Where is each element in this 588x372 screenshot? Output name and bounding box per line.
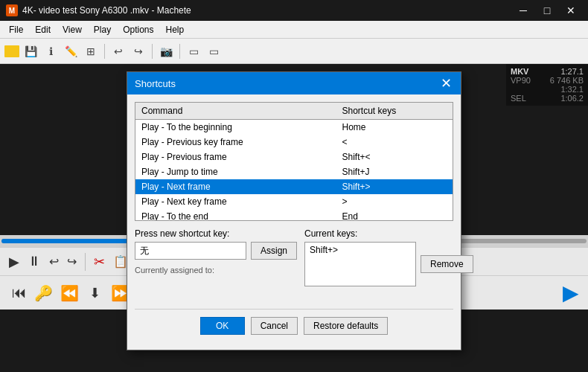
snapshot-button[interactable]: 📷	[157, 42, 175, 60]
edit-button[interactable]: ✏️	[62, 42, 80, 60]
menu-bar: File Edit View Play Options Help	[0, 21, 588, 39]
ok-button[interactable]: OK	[200, 317, 245, 335]
toolbar: 💾 ℹ ✏️ ⊞ ↩ ↪ 📷 ▭ ▭	[0, 39, 588, 64]
shortcuts-table: Command Shortcut keys Play - To the begi…	[135, 103, 453, 221]
dialog-footer: OK Cancel Restore defaults	[135, 309, 453, 342]
title-bar-left: M 4K- video test Sony A6300 .mkv - Mache…	[6, 4, 191, 16]
prev-frame-button[interactable]: ⏪	[57, 283, 82, 304]
shortcut-cell: Shift+J	[336, 164, 453, 179]
cmd-cell: Play - To the beginning	[135, 120, 336, 135]
currently-assigned-value	[135, 275, 297, 304]
current-keys-box: Shift+>	[304, 242, 416, 286]
press-key-label: Press new shortcut key:	[135, 228, 297, 239]
title-bar-controls: ─ □ ✕	[512, 3, 582, 18]
dialog-body: Command Shortcut keys Play - To the begi…	[127, 94, 461, 350]
go-start-button[interactable]: ⏮	[9, 283, 30, 303]
dialog-close-button[interactable]: ✕	[439, 77, 453, 90]
shortcut-cell: Shift+<	[336, 150, 453, 164]
grid-button[interactable]: ⊞	[82, 42, 100, 60]
maximize-button[interactable]: □	[536, 3, 558, 18]
current-keys-label: Current keys:	[304, 228, 473, 239]
menu-view[interactable]: View	[57, 23, 88, 36]
app-icon: M	[6, 4, 18, 16]
shortcut-input[interactable]	[135, 242, 246, 260]
remove-button[interactable]: Remove	[421, 255, 473, 273]
shortcut-cell: Home	[336, 120, 453, 135]
view1-button[interactable]: ▭	[185, 42, 202, 60]
mark-in-button[interactable]: ⬇	[86, 283, 103, 303]
shortcut-cell: >	[336, 194, 453, 209]
main-area: watermark Shortcuts ✕ Command Shortcut k…	[0, 64, 588, 235]
shortcuts-table-wrapper[interactable]: Command Shortcut keys Play - To the begi…	[135, 102, 453, 221]
col-command: Command	[135, 103, 336, 120]
shortcut-cell: Shift+>	[336, 179, 453, 194]
dialog-overlay: Shortcuts ✕ Command Shortcut keys Pl	[0, 64, 588, 235]
table-row[interactable]: Play - Previous frameShift+<	[135, 150, 453, 164]
table-row[interactable]: Play - To the beginningHome	[135, 120, 453, 135]
restore-defaults-button[interactable]: Restore defaults	[304, 317, 388, 335]
window-title: 4K- video test Sony A6300 .mkv - Machete	[22, 5, 191, 16]
toolbar-separator-3	[179, 44, 180, 59]
table-row[interactable]: Play - Next frameShift+>	[135, 179, 453, 194]
cmd-cell: Play - Previous key frame	[135, 135, 336, 150]
save-button[interactable]: 💾	[22, 42, 39, 60]
cancel-button[interactable]: Cancel	[251, 317, 298, 335]
table-row[interactable]: Play - Jump to timeShift+J	[135, 164, 453, 179]
play-button[interactable]: ▶	[563, 280, 579, 305]
edit-tool-4[interactable]: ↪	[64, 253, 80, 270]
dialog-title-text: Shortcuts	[135, 78, 176, 89]
cmd-cell: Play - Next key frame	[135, 194, 336, 209]
press-key-row: Assign	[135, 242, 297, 260]
view2-button[interactable]: ▭	[205, 42, 223, 60]
press-key-group: Press new shortcut key: Assign Currently…	[135, 228, 297, 304]
cmd-cell: Play - Jump to time	[135, 164, 336, 179]
cut-button[interactable]: ✂	[91, 252, 108, 272]
assigned-label: Currently assigned to:	[135, 263, 297, 304]
toolbar-separator-2	[152, 44, 153, 59]
col-shortcut: Shortcut keys	[336, 103, 453, 120]
edit-tool-1[interactable]: ▶	[6, 252, 22, 272]
window-close-button[interactable]: ✕	[560, 3, 582, 18]
cmd-cell: Play - Next frame	[135, 179, 336, 194]
minimize-button[interactable]: ─	[512, 3, 534, 18]
edit-tool-3[interactable]: ↩	[46, 253, 62, 270]
edit-sep-1	[85, 253, 86, 271]
menu-help[interactable]: Help	[160, 23, 191, 36]
title-bar: M 4K- video test Sony A6300 .mkv - Mache…	[0, 0, 588, 21]
table-row[interactable]: Play - To the endEnd	[135, 209, 453, 221]
currently-assigned-label: Currently assigned to:	[135, 266, 297, 275]
undo-button[interactable]: ↩	[109, 42, 127, 60]
assign-button[interactable]: Assign	[251, 242, 297, 260]
dialog-title-bar: Shortcuts ✕	[127, 72, 461, 94]
shortcuts-dialog: Shortcuts ✕ Command Shortcut keys Pl	[127, 71, 461, 350]
edit-tool-2[interactable]: ⏸	[25, 252, 44, 271]
cmd-cell: Play - Previous frame	[135, 150, 336, 164]
menu-play[interactable]: Play	[88, 23, 117, 36]
dialog-inputs: Press new shortcut key: Assign Currently…	[135, 228, 453, 304]
info-button[interactable]: ℹ	[42, 42, 60, 60]
menu-options[interactable]: Options	[117, 23, 159, 36]
folder-icon	[4, 45, 19, 57]
menu-file[interactable]: File	[3, 23, 29, 36]
cmd-cell: Play - To the end	[135, 209, 336, 221]
toolbar-separator-1	[104, 44, 105, 59]
table-row[interactable]: Play - Previous key frame<	[135, 135, 453, 150]
table-row[interactable]: Play - Next key frame>	[135, 194, 453, 209]
redo-button[interactable]: ↪	[130, 42, 147, 60]
key-icon-left: 🔑	[34, 284, 53, 302]
current-keys-row: Shift+> Remove	[304, 242, 473, 286]
menu-edit[interactable]: Edit	[29, 23, 57, 36]
shortcut-cell: <	[336, 135, 453, 150]
current-keys-group: Current keys: Shift+> Remove	[304, 228, 473, 304]
shortcut-cell: End	[336, 209, 453, 221]
